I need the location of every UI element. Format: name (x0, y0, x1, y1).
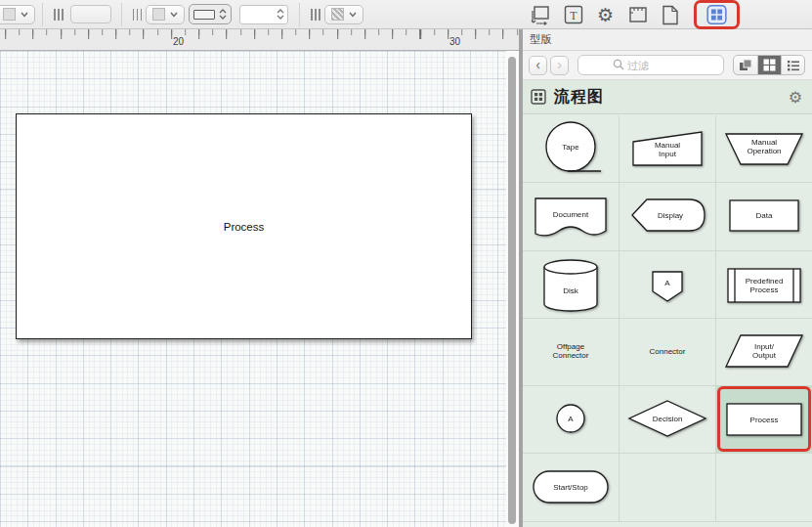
stencil-item-data[interactable]: Data (716, 183, 812, 250)
stencil-set-icon (531, 89, 546, 105)
manual-input-shape: ManualInput (620, 117, 715, 180)
forward-button[interactable]: › (550, 56, 569, 75)
decision-shape: Decision (620, 388, 715, 451)
document-shape: Document (523, 185, 619, 247)
canvas-process-label: Process (224, 221, 265, 233)
stencil-gear-icon[interactable]: ⚙︎ (789, 88, 802, 107)
stencil-item-predefined-process[interactable]: PredefinedProcess (716, 251, 812, 319)
stroke-color-swatch (152, 8, 165, 21)
svg-text:Data: Data (756, 211, 773, 220)
canvas-process-shape[interactable]: Process (16, 113, 472, 339)
svg-text:Display: Display (658, 211, 683, 220)
list-view-button[interactable] (781, 56, 804, 74)
svg-text:Disk: Disk (563, 286, 579, 295)
svg-text:Document: Document (553, 210, 589, 219)
stroke-shape-control[interactable] (189, 4, 232, 24)
stencil-bar-label: 型版 (530, 32, 552, 47)
stroke-lines-icon (54, 9, 64, 21)
chevron-down-icon (349, 12, 357, 18)
stroke-style-blank-button[interactable] (70, 5, 111, 23)
svg-text:Process: Process (750, 416, 779, 424)
stroke-lines-icon (311, 9, 321, 21)
ruler-label: 20 (173, 36, 184, 47)
stencil-item-tape[interactable]: Tape (523, 115, 620, 183)
format-bar (0, 0, 363, 29)
stencil-item-input-output[interactable]: Input/Output (716, 319, 812, 386)
stepper-up-icon (219, 9, 227, 14)
chevron-down-icon (170, 12, 178, 18)
data-shape: Data (716, 185, 812, 247)
stencil-item-label-only[interactable]: OffpageConnector (523, 319, 620, 386)
stepper-down-icon (219, 15, 227, 20)
fill-dropdown-partial[interactable] (0, 5, 35, 24)
svg-text:Connector: Connector (650, 347, 686, 356)
chevron-down-icon (21, 12, 28, 18)
search-icon (613, 59, 624, 70)
stroke-stepper[interactable] (219, 9, 227, 20)
svg-text:ManualOperation: ManualOperation (747, 138, 781, 155)
label-only-shape: Connector (620, 321, 715, 383)
input-output-shape: Input/Output (716, 321, 812, 383)
text-tool-icon[interactable]: T (563, 5, 583, 25)
width-stepper[interactable] (277, 9, 284, 20)
stencil-item-circle-ref[interactable]: A (523, 386, 620, 454)
search-input[interactable] (577, 55, 724, 75)
stencil-item-offpage-ref[interactable]: A (620, 251, 716, 319)
stencil-item-manual-input[interactable]: ManualInput (620, 115, 716, 183)
svg-text:A: A (664, 279, 670, 287)
stencil-bar-title: 型版 (523, 29, 812, 51)
manual-operation-shape: ManualOperation (716, 117, 812, 180)
stroke-width-field[interactable] (239, 5, 288, 24)
start-stop-shape: Start/Stop (523, 457, 619, 519)
toolbar-separator (42, 3, 43, 26)
settings-icon[interactable]: ⚙︎ (595, 5, 616, 25)
stencil-item-document[interactable]: Document (523, 183, 620, 250)
stencil-grid: TapeManualInputManualOperationDocumentDi… (523, 115, 812, 527)
stencil-set-title: 流程图 (554, 87, 604, 108)
canvas-scrollbar-thumb[interactable] (508, 57, 516, 524)
top-toolbar: T ⚙︎ (0, 0, 812, 29)
process-shape: Process (716, 388, 812, 451)
stencil-item-process[interactable]: Process (716, 386, 812, 454)
pattern-swatch (331, 8, 344, 21)
dimension-tool-icon[interactable] (531, 5, 551, 25)
svg-text:Decision: Decision (653, 415, 683, 423)
stencil-item-manual-operation[interactable]: ManualOperation (716, 115, 812, 183)
canvas-size-icon[interactable] (627, 5, 648, 25)
back-button[interactable]: ‹ (529, 56, 547, 75)
stencil-item-start-stop[interactable]: Start/Stop (523, 454, 620, 521)
drawing-canvas[interactable]: Process (0, 51, 506, 527)
stencil-item-display[interactable]: Display (620, 183, 716, 250)
canvas-scrollbar-track[interactable] (506, 51, 519, 527)
svg-text:T: T (570, 9, 577, 22)
stroke-lines-icon (133, 9, 143, 21)
label-only-shape: OffpageConnector (523, 321, 619, 383)
document-icon[interactable] (660, 5, 680, 25)
svg-text:Start/Stop: Start/Stop (553, 482, 588, 491)
objects-view-button[interactable] (734, 56, 757, 74)
stencil-highlight-annotation (694, 0, 740, 29)
stencil-set-header: 流程图 ⚙︎ (523, 80, 812, 114)
stencil-item-label-only[interactable]: Connector (620, 319, 716, 386)
predefined-process-shape: PredefinedProcess (716, 253, 812, 316)
grid-view-button[interactable] (757, 56, 781, 74)
ruler-label: 30 (449, 36, 460, 47)
stencil-panel: ‹ › (523, 51, 812, 527)
toolbar-separator (299, 3, 300, 26)
stroke-color-dropdown[interactable] (146, 5, 185, 24)
stencils-icon[interactable] (706, 5, 727, 25)
rectangle-stroke-icon (193, 10, 215, 20)
tape-shape: Tape (523, 117, 619, 180)
view-mode-segmented-control (733, 55, 805, 75)
toolbar-separator (121, 3, 122, 26)
stencil-item-disk[interactable]: Disk (523, 251, 620, 319)
stencil-nav-bar: ‹ › (523, 51, 812, 80)
stencil-item-decision[interactable]: Decision (620, 386, 716, 454)
svg-text:PredefinedProcess: PredefinedProcess (746, 277, 784, 294)
stepper-up-icon (277, 9, 284, 14)
stencil-cell-empty (620, 454, 716, 521)
svg-text:Input/Output: Input/Output (752, 342, 777, 360)
fill-swatch (3, 8, 16, 21)
horizontal-ruler: 2030 (0, 29, 523, 51)
pattern-dropdown[interactable] (324, 5, 363, 24)
